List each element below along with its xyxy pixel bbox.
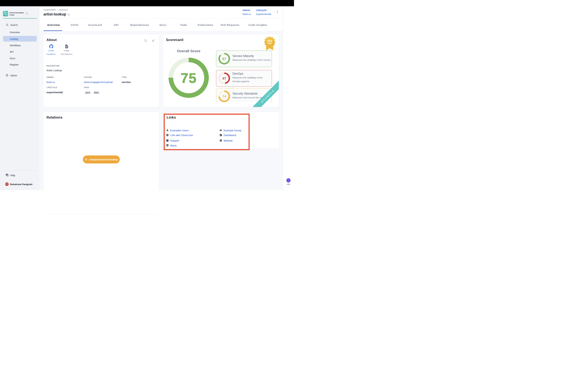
- svg-text:74: 74: [222, 95, 226, 98]
- svg-text:?: ?: [6, 174, 7, 175]
- svg-text:87: 87: [222, 57, 226, 61]
- svg-text:Gold: Gold: [267, 40, 272, 42]
- svg-text:Tier: Tier: [268, 42, 272, 45]
- svg-text:47: 47: [222, 76, 226, 80]
